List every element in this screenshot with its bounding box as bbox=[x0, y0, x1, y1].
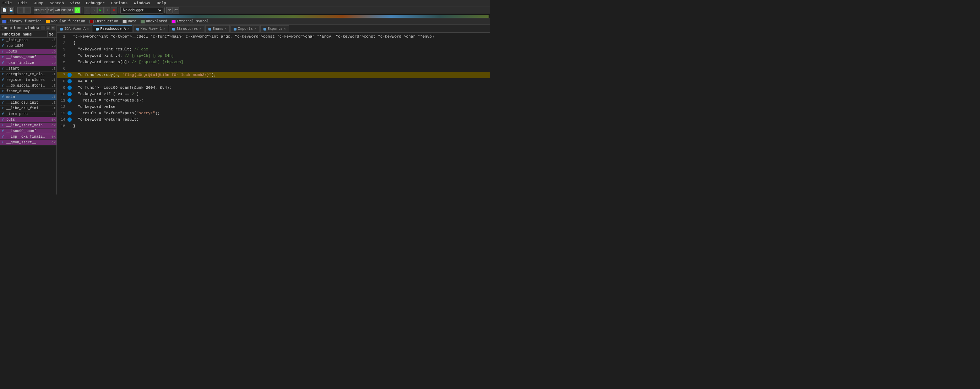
function-row[interactable]: f__isoc99_scanf.p bbox=[0, 55, 56, 60]
code-line[interactable]: 7 "c-func">strcpy(s, "flag{c0ngr@tul@ti0… bbox=[57, 72, 490, 78]
nav-strip-bar[interactable] bbox=[2, 15, 488, 18]
functions-button[interactable]: FUN bbox=[61, 7, 67, 13]
function-row[interactable]: f__libc_csu_fini.t bbox=[0, 106, 56, 111]
legend-color-instruction bbox=[89, 20, 94, 24]
function-row[interactable]: f_init_proc.i bbox=[0, 38, 56, 43]
breakpoint-dot[interactable] bbox=[67, 79, 72, 83]
tab-structures[interactable]: Structures× bbox=[169, 25, 204, 32]
line-number: 5 bbox=[57, 60, 67, 64]
pause-button[interactable]: ⏸ bbox=[104, 7, 110, 13]
exports-button[interactable]: EXP bbox=[47, 7, 54, 13]
strings-button[interactable]: STR bbox=[67, 7, 74, 13]
function-row[interactable]: f_cxa_finalize.p bbox=[0, 60, 56, 66]
tab-exports[interactable]: Exports× bbox=[260, 25, 289, 32]
breakpoint-dot[interactable] bbox=[67, 41, 72, 45]
breakpoint-dot[interactable] bbox=[67, 105, 72, 109]
code-line[interactable]: 6 bbox=[57, 65, 490, 72]
code-line[interactable]: 13 result = "c-func">puts("sorry!"); bbox=[57, 110, 490, 116]
tab-close-icon[interactable]: × bbox=[284, 27, 286, 31]
breakpoint-dot[interactable] bbox=[67, 54, 72, 58]
menu-view[interactable]: View bbox=[69, 1, 81, 5]
menu-windows[interactable]: Windows bbox=[133, 1, 151, 5]
function-row[interactable]: f__imp__cxa_finalizeex bbox=[0, 134, 56, 140]
code-line[interactable]: 14 "c-keyword">return result; bbox=[57, 116, 490, 123]
code-line[interactable]: 10 "c-keyword">if ( v4 == 7 ) bbox=[57, 91, 490, 97]
tab-close-icon[interactable]: × bbox=[254, 27, 256, 31]
segments-button[interactable]: SEG bbox=[34, 7, 40, 13]
tab-close-icon[interactable]: × bbox=[163, 27, 165, 31]
menu-file[interactable]: File bbox=[2, 1, 13, 5]
breakpoint-dot[interactable] bbox=[67, 86, 72, 90]
patch-button[interactable]: PT bbox=[173, 7, 179, 13]
menu-options[interactable]: Options bbox=[110, 1, 129, 5]
restore-button[interactable]: □ bbox=[46, 26, 50, 30]
stop-button[interactable]: ✕ bbox=[111, 7, 117, 13]
menu-jump[interactable]: Jump bbox=[33, 1, 45, 5]
menu-edit[interactable]: Edit bbox=[17, 1, 29, 5]
tab-close-icon[interactable]: × bbox=[225, 27, 226, 31]
function-row[interactable]: fsub_1020.p bbox=[0, 43, 56, 49]
breakpoint-dot[interactable] bbox=[67, 73, 72, 77]
back-button[interactable]: ← bbox=[18, 7, 24, 13]
breakpoint-dot[interactable] bbox=[67, 60, 72, 64]
code-line[interactable]: 12 "c-keyword">else bbox=[57, 104, 490, 110]
code-line[interactable]: 11 result = "c-func">puts(s); bbox=[57, 97, 490, 104]
function-row[interactable]: f__libc_csu_init.t bbox=[0, 100, 56, 106]
tab-imports[interactable]: Imports× bbox=[231, 25, 259, 32]
code-line[interactable]: 3 "c-keyword">int result; // eax bbox=[57, 46, 490, 52]
function-row[interactable]: f__gmon_start__ex bbox=[0, 140, 56, 146]
tab-hex-view-1[interactable]: Hex View-1× bbox=[133, 25, 168, 32]
function-row[interactable]: f__isoc99_scanfex bbox=[0, 129, 56, 134]
close-button[interactable]: × bbox=[51, 26, 55, 30]
code-line[interactable]: 2{ bbox=[57, 40, 490, 46]
names-button[interactable]: NAM bbox=[54, 7, 60, 13]
breakpoint-dot[interactable] bbox=[67, 67, 72, 71]
breakpoint-dot[interactable] bbox=[67, 47, 72, 51]
debugger-select[interactable]: No debugger bbox=[120, 7, 163, 13]
forward-button[interactable]: → bbox=[24, 7, 30, 13]
function-row[interactable]: f__do_global_dtors_aux.t bbox=[0, 83, 56, 89]
function-row[interactable]: fputsex bbox=[0, 117, 56, 123]
code-line[interactable]: 1"c-keyword">int "c-type">__cdecl "c-fun… bbox=[57, 33, 490, 40]
breakpoint-dot[interactable] bbox=[67, 117, 72, 122]
tab-enums[interactable]: Enums× bbox=[205, 25, 230, 32]
save-button[interactable]: 💾 bbox=[8, 7, 14, 13]
menu-debugger[interactable]: Debugger bbox=[85, 1, 106, 5]
breakpoint-dot[interactable] bbox=[67, 111, 72, 115]
code-line[interactable]: 4 "c-keyword">int v4; // [rsp+Ch] [rbp-3… bbox=[57, 52, 490, 59]
code-line[interactable]: 5 "c-keyword">char s[8]; // [rsp+10h] [r… bbox=[57, 59, 490, 65]
function-row[interactable]: f__libc_start_mainex bbox=[0, 123, 56, 129]
bp-button[interactable]: BP bbox=[166, 7, 173, 13]
tab-close-icon[interactable]: × bbox=[199, 27, 201, 31]
code-line[interactable]: 9 "c-func">__isoc99_scanf(&unk_2004, &v4… bbox=[57, 84, 490, 91]
minimize-button[interactable]: _ bbox=[41, 26, 45, 30]
code-line[interactable]: 15} bbox=[57, 123, 490, 129]
new-button[interactable]: 📄 bbox=[1, 7, 8, 13]
function-row[interactable]: f_term_proc.t bbox=[0, 111, 56, 117]
tab-close-icon[interactable]: × bbox=[87, 27, 89, 31]
graph-button[interactable]: ⬡ bbox=[74, 7, 81, 13]
tab-ida-view-a[interactable]: IDA View-A× bbox=[57, 25, 92, 32]
breakpoint-dot[interactable] bbox=[67, 98, 72, 103]
breakpoint-dot[interactable] bbox=[67, 92, 72, 96]
functions-list[interactable]: f_init_proc.ifsub_1020.pf_puts.pf__isoc9… bbox=[0, 38, 56, 195]
function-row[interactable]: f_start.t bbox=[0, 66, 56, 72]
code-view[interactable]: 1"c-keyword">int "c-type">__cdecl "c-fun… bbox=[57, 33, 490, 195]
tab-pseudocode-a[interactable]: Pseudocode-A× bbox=[93, 25, 132, 32]
step-into-button[interactable]: ↓ bbox=[84, 7, 90, 13]
tab-close-icon[interactable]: × bbox=[127, 27, 129, 31]
menu-search[interactable]: Search bbox=[49, 1, 65, 5]
function-row[interactable]: fregister_tm_clones.t bbox=[0, 77, 56, 83]
function-row[interactable]: fframe_dummy.t bbox=[0, 89, 56, 94]
menu-help[interactable]: Help bbox=[156, 1, 167, 5]
function-seg: .t bbox=[48, 101, 56, 105]
function-row[interactable]: fmain.t bbox=[0, 94, 56, 100]
breakpoint-dot[interactable] bbox=[67, 124, 72, 128]
step-over-button[interactable]: ↪ bbox=[91, 7, 97, 13]
breakpoint-dot[interactable] bbox=[67, 35, 72, 39]
function-row[interactable]: fderegister_tm_clones.t bbox=[0, 72, 56, 77]
imports-button[interactable]: IMP bbox=[40, 7, 47, 13]
function-row[interactable]: f_puts.p bbox=[0, 49, 56, 55]
run-button[interactable]: ▶ bbox=[97, 7, 104, 13]
code-line[interactable]: 8 v4 = 0; bbox=[57, 78, 490, 84]
